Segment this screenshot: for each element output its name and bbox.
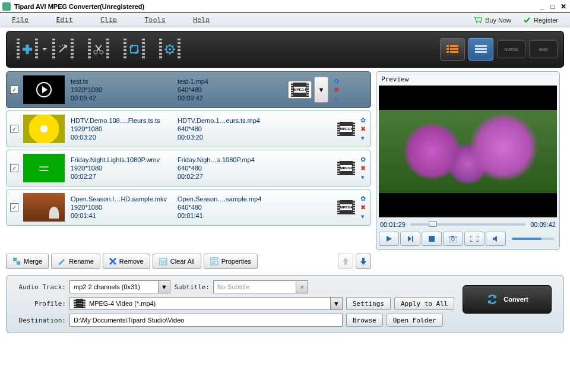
audio-track-select[interactable]: mp2 2 channels (0x31)▼ <box>69 280 170 293</box>
seek-slider[interactable] <box>410 223 525 226</box>
menu-clip[interactable]: Clip <box>100 16 118 24</box>
step-button[interactable] <box>400 232 420 246</box>
output-duration: 00:03:20 <box>178 134 284 141</box>
minimize-button[interactable]: _ <box>538 2 546 11</box>
profile-select[interactable]: MP4 MPEG-4 Video (*.mp4)▼ <box>69 297 343 310</box>
destination-field[interactable]: D:\My Documents\Tipard Studio\Video <box>69 314 343 327</box>
profile-label: Profile: <box>12 300 66 308</box>
output-resolution: 640*480 <box>178 204 284 211</box>
output-resolution: 640*480 <box>178 86 284 93</box>
preview-screen[interactable] <box>379 86 557 217</box>
format-dropdown[interactable]: ▼ <box>314 77 328 103</box>
svg-rect-19 <box>412 236 413 242</box>
source-resolution: 1920*1080 <box>71 165 178 172</box>
row-expand-icon[interactable]: ▾ <box>359 212 367 220</box>
menu-tools[interactable]: Tools <box>145 16 166 24</box>
svg-rect-20 <box>429 236 435 242</box>
audio-value: mp2 2 channels (0x31) <box>74 283 140 290</box>
browse-button[interactable]: Browse <box>346 314 383 327</box>
convert-icon <box>486 293 499 306</box>
source-duration: 00:02:27 <box>71 173 178 180</box>
apply-all-button[interactable]: Apply to All <box>394 297 454 310</box>
fullscreen-button[interactable] <box>464 232 484 246</box>
menu-file[interactable]: File <box>12 16 29 24</box>
clear-all-button[interactable]: Clear All <box>153 254 201 269</box>
settings-button[interactable] <box>155 36 185 62</box>
mpeg-icon: MPEG4 <box>291 83 309 97</box>
file-row[interactable]: ✓test.ts1920*108000:09:42test-1.mp4640*4… <box>6 71 371 108</box>
file-checkbox[interactable]: ✓ <box>10 164 18 172</box>
rename-label: Rename <box>69 258 94 265</box>
file-list: ✓test.ts1920*108000:09:42test-1.mp4640*4… <box>6 71 371 250</box>
open-folder-button[interactable]: Open Folder <box>387 314 443 327</box>
preview-label: Preview <box>379 74 557 84</box>
subtitle-select[interactable]: No Subtitle▾ <box>213 280 308 293</box>
file-row[interactable]: ✓HDTV.Demo.108….Fleurs.ts.ts1920*108000:… <box>6 110 371 147</box>
svg-rect-12 <box>450 48 458 50</box>
merge-button[interactable]: Merge <box>6 254 49 269</box>
convert-button[interactable]: Convert <box>463 285 552 314</box>
view-detail-button[interactable] <box>468 38 493 61</box>
source-duration: 00:03:20 <box>71 134 178 141</box>
subtitle-label: Subtitle: <box>174 283 210 291</box>
crop-button[interactable] <box>119 36 149 62</box>
format-box: MPEG4 <box>288 81 312 99</box>
row-remove-icon[interactable]: ✖ <box>359 125 367 133</box>
row-settings-icon[interactable]: ✿ <box>359 116 367 124</box>
profile-value: MPEG-4 Video (*.mp4) <box>89 300 156 307</box>
output-resolution: 640*480 <box>178 165 284 172</box>
file-thumbnail <box>23 193 65 222</box>
preview-panel: Preview 00:01:29 00:09:42 <box>376 71 560 250</box>
move-down-button[interactable] <box>356 254 371 269</box>
move-up-button[interactable] <box>338 254 353 269</box>
output-duration: 00:01:41 <box>178 212 284 219</box>
row-remove-icon[interactable]: ✖ <box>359 203 367 211</box>
stop-button[interactable] <box>422 232 442 246</box>
mute-button[interactable] <box>486 232 506 246</box>
toolbar: NVIDIA AMD <box>6 31 564 68</box>
file-checkbox[interactable]: ✓ <box>10 203 18 211</box>
view-list-button[interactable] <box>440 38 465 61</box>
file-checkbox[interactable]: ✓ <box>10 125 18 133</box>
mpeg-icon: MPEG4 <box>337 200 355 214</box>
file-row[interactable]: ✓▬▬▬▬▬▬Friday.Night.Lights.1080P.wmv1920… <box>6 150 371 186</box>
merge-label: Merge <box>24 258 42 265</box>
rename-button[interactable]: Rename <box>51 254 100 269</box>
settings-panel: Audio Track: mp2 2 channels (0x31)▼ Subt… <box>6 275 564 333</box>
row-expand-icon[interactable]: ▾ <box>359 173 367 181</box>
play-button[interactable] <box>379 232 399 246</box>
file-thumbnail: ▬▬▬▬▬▬ <box>23 154 65 182</box>
add-file-button[interactable] <box>12 36 42 62</box>
title-bar: Tipard AVI MPEG Converter(Unregistered) … <box>0 0 570 13</box>
output-duration: 00:09:42 <box>178 94 284 102</box>
row-settings-icon[interactable]: ✿ <box>359 155 367 163</box>
file-row[interactable]: ✓Open.Season.I…HD.sample.mkv1920*108000:… <box>6 189 371 226</box>
row-expand-icon[interactable]: ▾ <box>359 134 367 142</box>
volume-slider[interactable] <box>512 238 555 240</box>
profile-settings-button[interactable]: Settings <box>346 297 391 310</box>
source-duration: 00:01:41 <box>71 212 178 219</box>
trim-button[interactable] <box>84 36 113 62</box>
mpeg-icon: MPEG4 <box>337 161 355 175</box>
menu-edit[interactable]: Edit <box>56 16 74 24</box>
dropdown-icon: ▼ <box>158 281 170 293</box>
row-expand-icon[interactable]: ▾ <box>332 94 340 103</box>
remove-button[interactable]: Remove <box>103 254 150 269</box>
maximize-button[interactable]: □ <box>549 2 557 11</box>
check-icon <box>523 17 531 24</box>
row-settings-icon[interactable]: ✿ <box>332 77 340 85</box>
effect-button[interactable] <box>48 36 78 62</box>
file-checkbox[interactable]: ✓ <box>10 86 18 94</box>
buy-now-link[interactable]: Buy Now <box>473 17 511 24</box>
snapshot-button[interactable] <box>443 232 463 246</box>
row-remove-icon[interactable]: ✖ <box>359 164 367 172</box>
properties-button[interactable]: Properties <box>204 254 258 269</box>
svg-point-8 <box>169 48 171 50</box>
row-settings-icon[interactable]: ✿ <box>359 194 367 203</box>
menu-help[interactable]: Help <box>193 16 210 24</box>
close-button[interactable]: ✕ <box>559 2 568 11</box>
time-total: 00:09:42 <box>530 221 556 228</box>
svg-rect-17 <box>475 51 487 53</box>
register-link[interactable]: Register <box>523 17 558 24</box>
row-remove-icon[interactable]: ✖ <box>332 86 340 94</box>
